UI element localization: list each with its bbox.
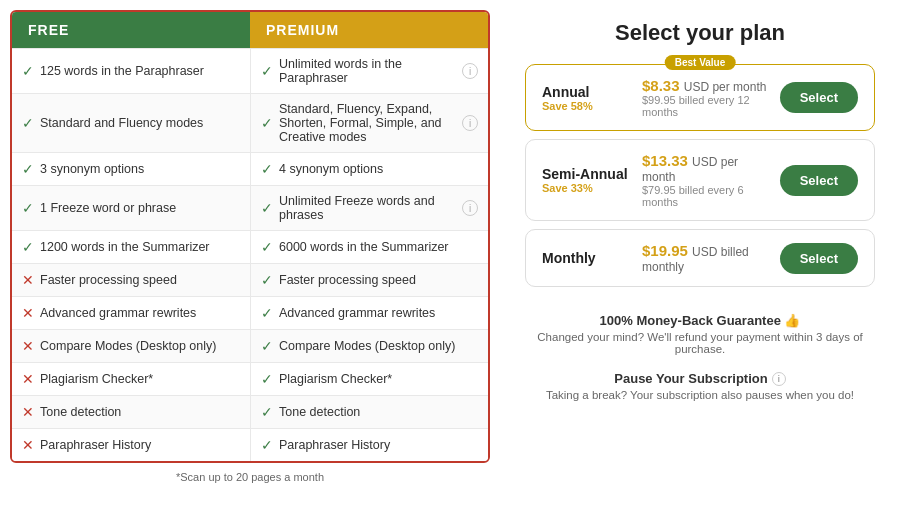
- table-row: ✓Standard and Fluency modes✓Standard, Fl…: [12, 93, 488, 152]
- free-feature-cell: ✕Advanced grammar rewrites: [12, 297, 250, 329]
- plan-price-block: $8.33 USD per month$99.95 billed every 1…: [642, 77, 770, 118]
- plan-name-block: Monthly: [542, 250, 632, 266]
- guarantee-desc: Changed your mind? We'll refund your pay…: [525, 331, 875, 355]
- x-icon: ✕: [22, 272, 34, 288]
- page-title: Select your plan: [525, 20, 875, 46]
- premium-feature-cell: ✓Standard, Fluency, Expand, Shorten, For…: [250, 94, 488, 152]
- plan-price-sub: $79.95 billed every 6 months: [642, 184, 770, 208]
- premium-feature-cell: ✓4 synonym options: [250, 153, 488, 185]
- check-icon: ✓: [22, 239, 34, 255]
- plan-option-monthly: Monthly$19.95 USD billed monthlySelect: [525, 229, 875, 287]
- plan-name-block: Semi-AnnualSave 33%: [542, 166, 632, 194]
- free-feature-text: Compare Modes (Desktop only): [40, 339, 216, 353]
- free-feature-cell: ✓3 synonym options: [12, 153, 250, 185]
- check-icon: ✓: [261, 437, 273, 453]
- free-feature-cell: ✕Tone detection: [12, 396, 250, 428]
- pause-desc: Taking a break? Your subscription also p…: [525, 389, 875, 401]
- plan-options-list: Best ValueAnnualSave 58%$8.33 USD per mo…: [525, 64, 875, 295]
- table-row: ✕Compare Modes (Desktop only)✓Compare Mo…: [12, 329, 488, 362]
- select-button-semi-annual[interactable]: Select: [780, 165, 858, 196]
- x-icon: ✕: [22, 305, 34, 321]
- free-feature-text: Faster processing speed: [40, 273, 177, 287]
- premium-feature-text: Unlimited Freeze words and phrases: [279, 194, 456, 222]
- features-rows: ✓125 words in the Paraphraser✓Unlimited …: [12, 48, 488, 461]
- price-amount: $13.33: [642, 152, 692, 169]
- plan-price-block: $13.33 USD per month$79.95 billed every …: [642, 152, 770, 208]
- premium-feature-cell: ✓Paraphraser History: [250, 429, 488, 461]
- table-row: ✓125 words in the Paraphraser✓Unlimited …: [12, 48, 488, 93]
- x-icon: ✕: [22, 404, 34, 420]
- premium-feature-text: Compare Modes (Desktop only): [279, 339, 455, 353]
- table-row: ✕Faster processing speed✓Faster processi…: [12, 263, 488, 296]
- free-feature-text: 3 synonym options: [40, 162, 144, 176]
- premium-feature-text: 4 synonym options: [279, 162, 383, 176]
- check-icon: ✓: [261, 272, 273, 288]
- free-feature-cell: ✓Standard and Fluency modes: [12, 94, 250, 152]
- free-feature-cell: ✓1200 words in the Summarizer: [12, 231, 250, 263]
- premium-feature-text: Unlimited words in the Paraphraser: [279, 57, 456, 85]
- premium-feature-cell: ✓Unlimited Freeze words and phrasesi: [250, 186, 488, 230]
- check-icon: ✓: [261, 371, 273, 387]
- info-icon[interactable]: i: [462, 115, 478, 131]
- premium-feature-text: Advanced grammar rewrites: [279, 306, 435, 320]
- free-column-header: FREE: [12, 12, 250, 48]
- plan-price-main: $8.33 USD per month: [642, 77, 770, 94]
- free-feature-text: Plagiarism Checker*: [40, 372, 153, 386]
- info-icon[interactable]: i: [462, 63, 478, 79]
- free-feature-text: Advanced grammar rewrites: [40, 306, 196, 320]
- guarantee-title: 100% Money-Back Guarantee 👍: [525, 313, 875, 328]
- table-row: ✕Paraphraser History✓Paraphraser History: [12, 428, 488, 461]
- free-feature-text: Paraphraser History: [40, 438, 151, 452]
- premium-feature-text: Faster processing speed: [279, 273, 416, 287]
- plan-selection-panel: Select your plan Best ValueAnnualSave 58…: [500, 0, 900, 505]
- premium-feature-cell: ✓Advanced grammar rewrites: [250, 297, 488, 329]
- table-footnote: *Scan up to 20 pages a month: [10, 463, 490, 487]
- table-row: ✓3 synonym options✓4 synonym options: [12, 152, 488, 185]
- table-row: ✓1200 words in the Summarizer✓6000 words…: [12, 230, 488, 263]
- guarantee-section: 100% Money-Back Guarantee 👍 Changed your…: [525, 313, 875, 355]
- check-icon: ✓: [261, 239, 273, 255]
- best-value-badge: Best Value: [665, 55, 736, 70]
- free-feature-text: 1200 words in the Summarizer: [40, 240, 210, 254]
- free-feature-cell: ✕Plagiarism Checker*: [12, 363, 250, 395]
- info-icon[interactable]: i: [462, 200, 478, 216]
- x-icon: ✕: [22, 371, 34, 387]
- premium-column-header: PREMIUM: [250, 12, 488, 48]
- plan-option-annual: Best ValueAnnualSave 58%$8.33 USD per mo…: [525, 64, 875, 131]
- check-icon: ✓: [22, 115, 34, 131]
- check-icon: ✓: [261, 404, 273, 420]
- free-feature-text: 1 Freeze word or phrase: [40, 201, 176, 215]
- check-icon: ✓: [261, 200, 273, 216]
- plan-price-block: $19.95 USD billed monthly: [642, 242, 770, 274]
- free-feature-text: 125 words in the Paraphraser: [40, 64, 204, 78]
- pause-info-icon: i: [772, 372, 786, 386]
- premium-feature-cell: ✓Faster processing speed: [250, 264, 488, 296]
- check-icon: ✓: [261, 115, 273, 131]
- plan-price-sub: $99.95 billed every 12 months: [642, 94, 770, 118]
- check-icon: ✓: [22, 200, 34, 216]
- free-feature-text: Tone detection: [40, 405, 121, 419]
- check-icon: ✓: [261, 63, 273, 79]
- free-feature-cell: ✕Paraphraser History: [12, 429, 250, 461]
- check-icon: ✓: [261, 161, 273, 177]
- table-row: ✕Tone detection✓Tone detection: [12, 395, 488, 428]
- free-feature-cell: ✓1 Freeze word or phrase: [12, 186, 250, 230]
- price-amount: $19.95: [642, 242, 692, 259]
- premium-feature-text: Tone detection: [279, 405, 360, 419]
- select-button-annual[interactable]: Select: [780, 82, 858, 113]
- plan-option-semi-annual: Semi-AnnualSave 33%$13.33 USD per month$…: [525, 139, 875, 221]
- table-row: ✕Advanced grammar rewrites✓Advanced gram…: [12, 296, 488, 329]
- free-feature-cell: ✕Faster processing speed: [12, 264, 250, 296]
- pause-section: Pause Your Subscription i Taking a break…: [525, 371, 875, 401]
- price-amount: $8.33: [642, 77, 684, 94]
- premium-feature-text: 6000 words in the Summarizer: [279, 240, 449, 254]
- price-unit: USD per month: [684, 80, 767, 94]
- select-button-monthly[interactable]: Select: [780, 243, 858, 274]
- x-icon: ✕: [22, 338, 34, 354]
- plan-name: Annual: [542, 84, 632, 100]
- free-feature-cell: ✓125 words in the Paraphraser: [12, 49, 250, 93]
- plan-save-text: Save 33%: [542, 182, 632, 194]
- table-row: ✓1 Freeze word or phrase✓Unlimited Freez…: [12, 185, 488, 230]
- premium-feature-cell: ✓Tone detection: [250, 396, 488, 428]
- plan-name: Semi-Annual: [542, 166, 632, 182]
